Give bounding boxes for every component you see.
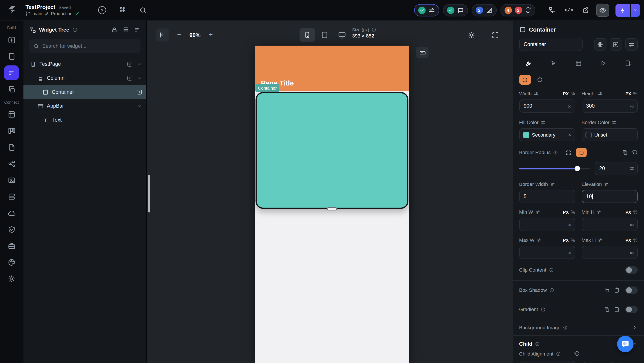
- set-variable-icon[interactable]: [596, 210, 602, 215]
- copy-icon[interactable]: [604, 287, 610, 293]
- set-variable-icon[interactable]: [550, 182, 555, 187]
- info-icon[interactable]: [72, 27, 77, 33]
- theme-mode-button[interactable]: [466, 29, 477, 41]
- nav-item-api-calls[interactable]: [4, 156, 19, 171]
- chevron-down-icon[interactable]: [137, 104, 142, 109]
- infinity-button[interactable]: ∞: [630, 221, 634, 228]
- flutterflow-logo[interactable]: [5, 3, 19, 17]
- paste-icon[interactable]: [614, 287, 619, 293]
- shape-circle-toggle[interactable]: [534, 75, 546, 85]
- tree-row-testpage[interactable]: TestPage: [24, 57, 146, 71]
- set-variable-icon[interactable]: [604, 182, 609, 187]
- infinity-button[interactable]: ∞: [568, 249, 571, 255]
- collapse-panel-button[interactable]: [156, 28, 169, 42]
- nav-item-files[interactable]: [4, 140, 19, 155]
- selected-container-widget[interactable]: [256, 92, 408, 209]
- nav-item-app-values[interactable]: [4, 189, 19, 204]
- tab-animations[interactable]: [596, 57, 610, 70]
- visibility-button[interactable]: [594, 38, 606, 51]
- min-w-unit-percent[interactable]: %: [571, 210, 575, 215]
- clear-fill-color-button[interactable]: ×: [568, 132, 571, 138]
- device-desktop-button[interactable]: [334, 28, 350, 42]
- nav-item-components[interactable]: [4, 82, 19, 97]
- help-button[interactable]: ?: [96, 4, 108, 16]
- min-h-unit-px[interactable]: PX: [625, 210, 631, 215]
- widget-name-input[interactable]: [519, 38, 582, 51]
- width-input[interactable]: [519, 100, 575, 113]
- zoom-level[interactable]: 90%: [189, 32, 200, 38]
- project-setup-status-pill[interactable]: [414, 4, 439, 16]
- zoom-in-button[interactable]: +: [206, 30, 216, 40]
- border-radius-slider[interactable]: [519, 168, 590, 169]
- comments-status-pill[interactable]: [443, 4, 468, 16]
- environment-name[interactable]: Production: [51, 11, 72, 16]
- tab-backend[interactable]: [571, 57, 585, 70]
- box-shadow-toggle[interactable]: [625, 286, 638, 294]
- infinity-button[interactable]: ∞: [630, 249, 634, 255]
- intercom-chat-button[interactable]: [617, 336, 633, 352]
- device-phone-button[interactable]: [300, 28, 315, 42]
- share-button[interactable]: [579, 4, 592, 17]
- nav-item-theme[interactable]: [4, 255, 19, 270]
- paste-icon[interactable]: [614, 307, 619, 312]
- clip-content-toggle[interactable]: [625, 266, 638, 274]
- min-width-input[interactable]: [519, 218, 575, 231]
- min-height-input[interactable]: [582, 218, 638, 231]
- width-unit-px[interactable]: PX: [563, 91, 568, 96]
- nav-item-custom-code[interactable]: [4, 238, 19, 253]
- info-icon[interactable]: [549, 268, 554, 273]
- infinity-button[interactable]: ∞: [568, 103, 571, 109]
- todo-status-pill[interactable]: 2: [472, 4, 496, 16]
- canvas-frame-button[interactable]: [490, 29, 501, 41]
- add-widget-icon[interactable]: [127, 75, 132, 81]
- lock-icon[interactable]: [111, 27, 118, 33]
- border-width-input[interactable]: [519, 190, 575, 203]
- widget-search[interactable]: [29, 39, 140, 53]
- copy-properties-button[interactable]: [625, 38, 638, 51]
- chevron-down-icon[interactable]: [137, 75, 142, 81]
- preview-button[interactable]: [596, 4, 609, 17]
- infinity-button[interactable]: ∞: [568, 221, 571, 228]
- info-icon[interactable]: [563, 325, 568, 330]
- copy-icon[interactable]: [622, 150, 628, 155]
- background-image-row[interactable]: Background Image: [519, 324, 638, 330]
- zoom-out-button[interactable]: −: [174, 30, 184, 40]
- copy-icon[interactable]: [604, 307, 610, 312]
- info-icon[interactable]: [540, 307, 546, 312]
- set-variable-icon[interactable]: [536, 238, 542, 243]
- nav-item-settings[interactable]: [4, 271, 19, 286]
- nav-item-media-assets[interactable]: [4, 173, 19, 188]
- run-button[interactable]: [615, 4, 640, 17]
- issues-status-pill[interactable]: 4 2: [500, 4, 535, 16]
- set-variable-icon[interactable]: [598, 91, 603, 96]
- chevron-down-icon[interactable]: [137, 61, 142, 67]
- set-variable-icon[interactable]: [612, 120, 616, 125]
- nav-item-tests[interactable]: [4, 222, 19, 237]
- resize-handle[interactable]: [327, 207, 337, 210]
- max-h-unit-percent[interactable]: %: [633, 238, 638, 243]
- tab-actions[interactable]: [546, 57, 560, 70]
- max-h-unit-px[interactable]: PX: [625, 238, 631, 243]
- shortcuts-button[interactable]: ⌘: [116, 4, 128, 16]
- add-widget-icon[interactable]: [136, 89, 142, 95]
- set-variable-icon[interactable]: [617, 362, 622, 363]
- tab-documentation[interactable]: [621, 57, 635, 70]
- search-button[interactable]: [137, 4, 149, 16]
- panels-icon[interactable]: [123, 27, 129, 33]
- set-variable-icon[interactable]: [534, 91, 539, 96]
- max-w-unit-px[interactable]: PX: [563, 238, 568, 243]
- slider-thumb[interactable]: [574, 166, 580, 171]
- radius-all-corners-toggle[interactable]: [576, 148, 587, 157]
- branch-name[interactable]: main: [32, 11, 42, 16]
- radius-per-corner-toggle[interactable]: [563, 148, 574, 157]
- info-icon[interactable]: [553, 150, 558, 155]
- set-variable-icon[interactable]: [598, 238, 603, 243]
- reset-icon[interactable]: [632, 150, 638, 155]
- elevation-input[interactable]: 10: [582, 190, 638, 203]
- alignment-picker[interactable]: [519, 361, 575, 363]
- set-variable-icon[interactable]: [587, 362, 592, 363]
- tree-scrollbar[interactable]: [148, 175, 150, 213]
- height-input[interactable]: [582, 100, 638, 113]
- nav-item-widgets[interactable]: [4, 33, 19, 47]
- fill-color-picker[interactable]: Secondary ×: [519, 128, 575, 141]
